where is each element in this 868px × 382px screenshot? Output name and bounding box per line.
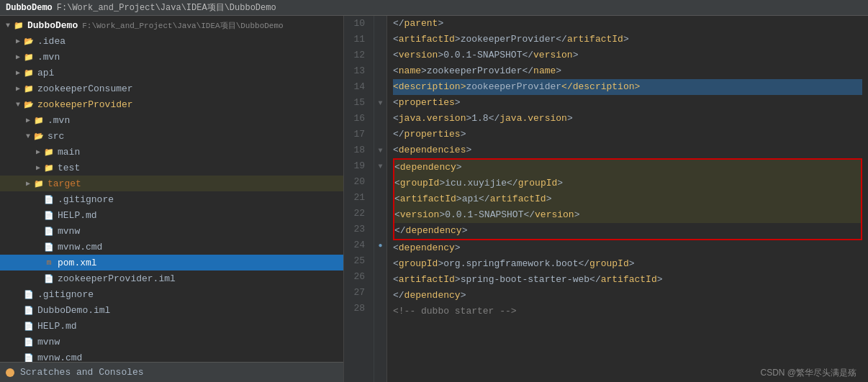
tree-item-pomxml[interactable]: m pom.xml (0, 255, 343, 270)
arrow-idea: ▶ (13, 37, 23, 45)
arrow-test: ▶ (33, 163, 43, 172)
line-numbers: 10 11 12 13 14 15 16 17 18 19 20 21 22 2… (344, 16, 374, 382)
gutter-28 (374, 301, 386, 317)
ln-25: 25 (344, 253, 369, 269)
tree-item-help2[interactable]: 📄 HELP.md (0, 318, 343, 334)
dependency-box: <dependency> <groupId>icu.xuyijie</group… (393, 158, 862, 240)
tree-item-test[interactable]: ▶ 📁 test (0, 160, 343, 176)
gutter-18[interactable]: ▼ (374, 142, 386, 158)
tree-item-zookeeper-provider[interactable]: ▼ 📂 zookeeperProvider (0, 96, 343, 112)
tree-item-target[interactable]: ▶ 📁 target (0, 176, 343, 191)
gutter-22 (374, 206, 386, 222)
label-test: test (58, 163, 80, 173)
tree-item-mvnwcmd2[interactable]: 📄 mvnw.cmd (0, 350, 343, 362)
gutter-25 (374, 253, 386, 269)
tree-item-gitignore2[interactable]: 📄 .gitignore (0, 286, 343, 302)
code-line-15: <properties> (393, 95, 862, 111)
tree-item-zookeeper-consumer[interactable]: ▶ 📁 zookeeperConsumer (0, 81, 343, 96)
scratches-icon (6, 368, 14, 377)
label-mvn2: .mvn (48, 115, 70, 126)
code-content: 10 11 12 13 14 15 16 17 18 19 20 21 22 2… (344, 16, 868, 382)
code-line-23: </dependency> (394, 223, 861, 239)
gutter-26 (374, 269, 386, 285)
code-line-18: <dependencies> (393, 142, 862, 158)
code-line-20: <groupId>icu.xuyijie</groupId> (394, 176, 861, 191)
bottom-bar: Scratches and Consoles (0, 362, 343, 382)
code-line-22: <version>0.0.1-SNAPSHOT</version> (394, 207, 861, 223)
file-icon-help1: 📄 (43, 209, 55, 221)
gutter-14 (374, 79, 386, 95)
label-api: api (37, 68, 54, 78)
folder-icon-dubbo-demo: 📁 (13, 19, 24, 31)
label-help1: HELP.md (58, 210, 97, 221)
file-icon-mvnwcmd1: 📄 (43, 241, 55, 253)
arrow-zookeeper-provider: ▼ (13, 101, 23, 109)
gutter-10 (374, 16, 386, 32)
ln-18: 18 (344, 142, 369, 158)
code-line-26: <artifactId>spring-boot-starter-web</art… (393, 272, 862, 288)
label-zookeeper-provider-iml: zookeeperProvider.iml (58, 273, 176, 284)
tree-item-idea[interactable]: ▶ 📂 .idea (0, 33, 343, 49)
label-mvnw1: mvnw (58, 226, 80, 237)
tree-item-src[interactable]: ▼ 📂 src (0, 128, 343, 144)
arrow-target: ▶ (23, 179, 33, 188)
label-idea: .idea (37, 36, 65, 47)
tree-item-dubbo-demo[interactable]: ▼ 📁 DubboDemo F:\Work_and_Project\Java\I… (0, 17, 343, 33)
scratches-row[interactable]: Scratches and Consoles (6, 367, 144, 378)
ln-27: 27 (344, 285, 369, 301)
file-icon-mvnw1: 📄 (43, 225, 55, 237)
tree-item-mvnwcmd1[interactable]: 📄 mvnw.cmd (0, 239, 343, 255)
file-icon-help2: 📄 (23, 320, 35, 332)
file-icon-iml: 📄 (43, 273, 55, 284)
tree-item-mvnw2[interactable]: 📄 mvnw (0, 334, 343, 350)
ln-16: 16 (344, 111, 369, 127)
ln-22: 22 (344, 206, 369, 222)
project-path: F:\Work_and_Project\Java\IDEA项目\DubboDem… (57, 1, 276, 14)
tree-item-mvn[interactable]: ▶ 📁 .mvn (0, 49, 343, 65)
tree-item-mvn2[interactable]: ▶ 📁 .mvn (0, 112, 343, 128)
tree-item-zookeeper-provider-iml[interactable]: 📄 zookeeperProvider.iml (0, 270, 343, 286)
code-editor: 10 11 12 13 14 15 16 17 18 19 20 21 22 2… (344, 16, 868, 382)
code-line-21: <artifactId>api</artifactId> (394, 191, 861, 207)
watermark: CSDN @繁华尽头满是殇 (760, 367, 856, 379)
file-icon-gitignore1: 📄 (43, 194, 55, 205)
tree-item-main[interactable]: ▶ 📁 main (0, 144, 343, 160)
arrow-dubbo-demo: ▼ (3, 22, 13, 29)
ln-24: 24 (344, 237, 369, 253)
tree-item-gitignore1[interactable]: 📄 .gitignore (0, 191, 343, 207)
file-icon-mvnwcmd2: 📄 (23, 352, 35, 362)
tree-item-dubbo-iml[interactable]: 📄 DubboDemo.iml (0, 302, 343, 318)
gutter-23 (374, 222, 386, 237)
gutter-24[interactable]: ● (374, 237, 386, 253)
folder-icon-mvn: 📁 (23, 51, 35, 63)
ln-23: 23 (344, 222, 369, 237)
code-line-11: <artifactId>zookeeperProvider</artifactI… (393, 32, 862, 47)
folder-icon-test: 📁 (43, 162, 55, 173)
ln-10: 10 (344, 16, 369, 32)
tree-item-help1[interactable]: 📄 HELP.md (0, 207, 343, 223)
label-zookeeper-consumer: zookeeperConsumer (37, 83, 133, 94)
code-line-13: <name>zookeeperProvider</name> (393, 63, 862, 79)
gutter-19[interactable]: ▼ (374, 158, 386, 174)
code-lines[interactable]: </parent> <artifactId>zookeeperProvider<… (387, 16, 868, 382)
ln-15: 15 (344, 95, 369, 111)
code-line-17: </properties> (393, 127, 862, 142)
label-dubbo-demo: DubboDemo (27, 20, 78, 31)
gutter: ▼ ▼ ▼ ● (374, 16, 387, 382)
folder-icon-mvn2: 📁 (33, 114, 45, 126)
gutter-20 (374, 174, 386, 190)
project-name: DubboDemo (6, 3, 53, 13)
code-line-14: <description>zookeeperProvider</descript… (393, 79, 862, 95)
gutter-13 (374, 63, 386, 79)
folder-icon-idea: 📂 (23, 35, 35, 47)
ln-14: 14 (344, 79, 369, 95)
gutter-17 (374, 127, 386, 142)
ln-17: 17 (344, 127, 369, 142)
folder-icon-zookeeper-consumer: 📁 (23, 83, 35, 94)
gutter-11 (374, 32, 386, 47)
tree-item-mvnw1[interactable]: 📄 mvnw (0, 223, 343, 239)
folder-icon-src: 📂 (33, 130, 45, 142)
tree-item-api[interactable]: ▶ 📁 api (0, 65, 343, 81)
arrow-mvn2: ▶ (23, 116, 33, 124)
gutter-15[interactable]: ▼ (374, 95, 386, 111)
